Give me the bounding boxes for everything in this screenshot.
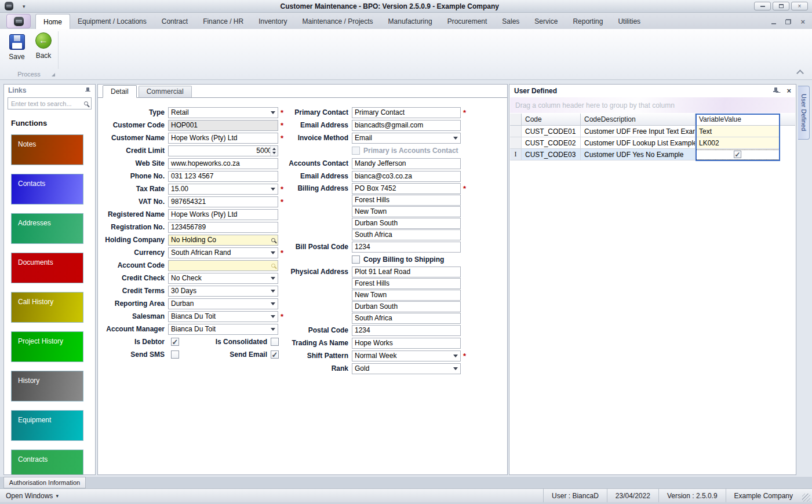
account-code-lookup[interactable] — [168, 260, 278, 271]
window-maximize-button[interactable] — [773, 2, 789, 10]
authorisation-information-tab[interactable]: Authorisation Information — [3, 477, 86, 488]
cell-variable-value[interactable]: Text — [696, 126, 780, 137]
account-manager-select[interactable]: Bianca Du Toit — [168, 324, 278, 335]
ribbon-tab-home[interactable]: Home — [35, 14, 70, 29]
registered-name-field[interactable]: Hope Works (Pty) Ltd — [168, 209, 278, 220]
chevron-down-icon[interactable] — [453, 355, 458, 357]
save-button[interactable]: Save — [3, 32, 30, 70]
links-search-input[interactable] — [11, 100, 84, 107]
history-button[interactable]: History — [11, 371, 83, 401]
column-header-code[interactable]: Code — [522, 114, 581, 126]
table-row[interactable]: CUST_CODE01 Customer UDF Free Input Text… — [510, 126, 795, 137]
currency-select[interactable]: South African Rand — [168, 247, 278, 258]
ribbon-tab-service[interactable]: Service — [527, 14, 565, 29]
notes-button[interactable]: Notes — [11, 134, 83, 165]
chevron-down-icon[interactable] — [453, 137, 458, 140]
trading-as-field[interactable]: Hope Works — [352, 338, 461, 349]
resize-grip[interactable] — [802, 494, 810, 502]
billing-address-line2[interactable]: Forest Hills — [352, 195, 461, 206]
credit-limit-stepper[interactable]: 5000 — [168, 145, 278, 156]
tab-commercial[interactable]: Commercial — [139, 86, 192, 97]
ribbon-tab-equipment-locations[interactable]: Equipment / Locations — [70, 14, 154, 29]
physical-address-line3[interactable]: New Town — [352, 290, 461, 301]
physical-address-line4[interactable]: Durban South — [352, 301, 461, 312]
web-site-field[interactable]: www.hopeworks.co.za — [168, 158, 278, 169]
billing-address-line1[interactable]: PO Box 7452 — [352, 183, 461, 194]
close-icon[interactable]: × — [786, 87, 791, 94]
addresses-button[interactable]: Addresses — [11, 213, 83, 244]
documents-button[interactable]: Documents — [11, 253, 83, 283]
customer-name-field[interactable]: Hope Works (Pty) Ltd — [168, 133, 278, 144]
udf-yes-no-checkbox[interactable]: ✓ — [734, 151, 741, 158]
phone-no-field[interactable]: 031 123 4567 — [168, 171, 278, 182]
call-history-button[interactable]: Call History — [11, 292, 83, 323]
ribbon-tab-contract[interactable]: Contract — [154, 14, 195, 29]
is-consolidated-checkbox[interactable] — [271, 338, 279, 346]
physical-address-line1[interactable]: Plot 91 Leaf Road — [352, 266, 461, 277]
lookup-icon[interactable] — [271, 238, 275, 242]
bill-postal-code-field[interactable]: 1234 — [352, 242, 461, 253]
mdi-close-icon[interactable]: × — [800, 18, 805, 25]
contacts-button[interactable]: Contacts — [11, 174, 83, 204]
reporting-area-select[interactable]: Durban — [168, 298, 278, 309]
collapse-ribbon-icon[interactable] — [796, 70, 804, 77]
copy-billing-checkbox[interactable] — [352, 255, 360, 264]
tax-rate-select[interactable]: 15.00 — [168, 184, 278, 195]
cell-description[interactable]: Customer UDF Free Input Text Example — [581, 126, 696, 137]
cell-variable-value[interactable]: LK002 — [696, 137, 780, 149]
chevron-down-icon[interactable] — [271, 315, 275, 318]
window-close-button[interactable]: × — [791, 2, 808, 10]
spinner-buttons[interactable] — [270, 146, 278, 156]
billing-address-line5[interactable]: South Africa — [352, 229, 461, 240]
is-debtor-checkbox[interactable]: ✓ — [171, 338, 179, 346]
salesman-select[interactable]: Bianca Du Toit — [168, 311, 278, 322]
group-by-hint[interactable]: Drag a column header here to group by th… — [510, 97, 795, 113]
mdi-minimize-icon[interactable] — [771, 23, 776, 24]
billing-address-line3[interactable]: New Town — [352, 206, 461, 217]
credit-terms-select[interactable]: 30 Days — [168, 286, 278, 297]
ribbon-tab-sales[interactable]: Sales — [494, 14, 527, 29]
holding-company-lookup[interactable]: No Holding Co — [168, 235, 278, 246]
vat-no-field[interactable]: 987654321 — [168, 196, 278, 207]
application-menu-button[interactable] — [6, 14, 31, 28]
accounts-contact-field[interactable]: Mandy Jefferson — [352, 158, 461, 169]
mdi-restore-icon[interactable] — [785, 19, 791, 24]
column-header-codedescription[interactable]: CodeDescription — [581, 114, 696, 126]
column-header-variablevalue[interactable]: VariableValue — [696, 114, 780, 126]
credit-check-select[interactable]: No Check — [168, 273, 278, 284]
user-defined-side-tab[interactable]: User Defined — [798, 86, 810, 140]
tab-detail[interactable]: Detail — [103, 85, 137, 98]
send-sms-checkbox[interactable] — [171, 350, 179, 359]
contracts-button[interactable]: Contracts — [11, 450, 83, 475]
registration-no-field[interactable]: 123456789 — [168, 222, 278, 233]
project-history-button[interactable]: Project History — [11, 331, 83, 362]
cell-description[interactable]: Customer UDF Lookup List Example — [581, 137, 696, 149]
physical-address-line2[interactable]: Forest Hills — [352, 278, 461, 289]
chevron-down-icon[interactable] — [271, 111, 275, 114]
cell-code[interactable]: CUST_CODE02 — [522, 137, 581, 149]
cell-variable-value[interactable]: ✓ — [696, 149, 780, 160]
chevron-down-icon[interactable] — [271, 328, 275, 331]
spin-down-icon[interactable] — [272, 152, 276, 154]
group-launcher-icon[interactable] — [52, 73, 55, 76]
pin-icon[interactable] — [85, 87, 91, 94]
spin-up-icon[interactable] — [272, 148, 276, 150]
cell-code[interactable]: CUST_CODE01 — [522, 126, 581, 137]
send-email-checkbox[interactable]: ✓ — [271, 350, 279, 359]
table-row[interactable]: CUST_CODE02 Customer UDF Lookup List Exa… — [510, 137, 795, 149]
table-row-selected[interactable]: I CUST_CODE03 Customer UDF Yes No Exampl… — [510, 149, 795, 160]
window-minimize-button[interactable] — [754, 2, 771, 10]
ribbon-tab-procurement[interactable]: Procurement — [440, 14, 495, 29]
ribbon-tab-maintenance-projects[interactable]: Maintenance / Projects — [295, 14, 381, 29]
chevron-down-icon[interactable] — [271, 277, 275, 280]
postal-code-field[interactable]: 1234 — [352, 325, 461, 336]
chevron-down-icon[interactable] — [271, 302, 275, 305]
invoice-method-select[interactable]: Email — [352, 133, 461, 144]
rank-select[interactable]: Gold — [352, 363, 461, 374]
ribbon-tab-utilities[interactable]: Utilities — [610, 14, 648, 29]
pin-icon[interactable] — [773, 87, 779, 94]
primary-email-field[interactable]: biancadts@gmail.com — [352, 120, 461, 131]
ribbon-tab-reporting[interactable]: Reporting — [565, 14, 610, 29]
type-select[interactable]: Retail — [168, 107, 278, 118]
ribbon-tab-inventory[interactable]: Inventory — [251, 14, 294, 29]
